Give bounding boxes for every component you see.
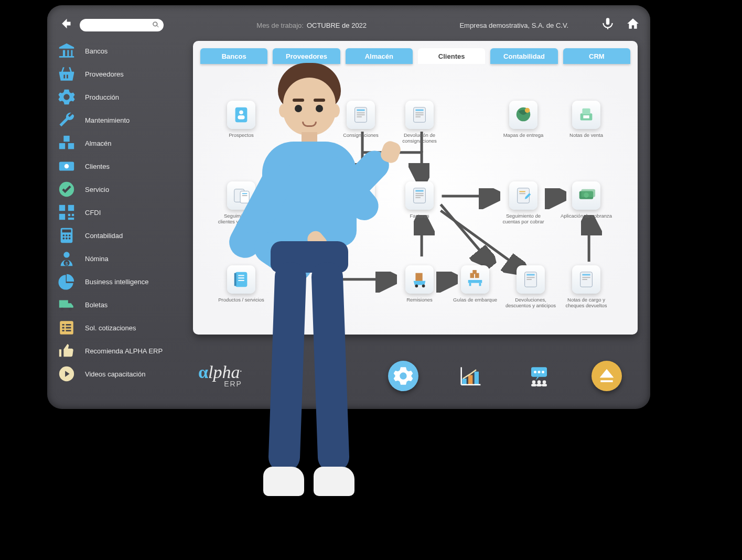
sidebar-item-checklist[interactable]: Sol. cotizaciones xyxy=(58,318,184,338)
globe-icon xyxy=(509,101,537,129)
flow-node-productos[interactable]: Productos / servicios xyxy=(215,265,267,303)
svg-rect-89 xyxy=(526,279,531,280)
svg-rect-0 xyxy=(63,136,69,142)
flow-node-facturas[interactable]: Facturas xyxy=(393,181,446,219)
settings-button[interactable] xyxy=(388,361,418,391)
svg-rect-60 xyxy=(357,197,361,198)
flow-node-remisiones[interactable]: Remisiones xyxy=(393,265,446,303)
community-button[interactable] xyxy=(523,360,555,392)
sidebar-item-wrench[interactable]: Mantenimiento xyxy=(58,110,184,130)
svg-rect-85 xyxy=(479,283,481,286)
basket-icon xyxy=(58,65,76,83)
thumbsup-icon xyxy=(58,342,76,360)
svg-rect-74 xyxy=(238,277,244,278)
doc-icon xyxy=(405,101,434,129)
sidebar-item-gear[interactable]: Producción xyxy=(58,87,184,107)
svg-rect-1 xyxy=(59,143,65,149)
svg-rect-34 xyxy=(235,107,248,122)
svg-rect-2 xyxy=(68,143,74,149)
svg-rect-57 xyxy=(357,190,364,192)
svg-rect-72 xyxy=(235,272,248,287)
flow-node-label: Prospectos xyxy=(215,132,267,138)
tab-bancos[interactable]: Bancos xyxy=(200,48,267,64)
tab-contabilidad[interactable]: Contabilidad xyxy=(490,48,557,64)
flow-node-seg-clientes[interactable]: Seguimiento de clientes y prospectos xyxy=(215,181,267,225)
sidebar-item-label: Mantenimiento xyxy=(85,116,130,124)
flow-node-notasventa[interactable]: Notas de venta xyxy=(560,101,612,138)
tab-crm[interactable]: CRM xyxy=(563,48,630,64)
svg-rect-88 xyxy=(526,277,534,278)
svg-rect-93 xyxy=(582,279,587,280)
home-button[interactable] xyxy=(626,17,640,34)
svg-rect-91 xyxy=(582,274,590,276)
flow-node-label: Pedidos xyxy=(335,213,387,219)
svg-point-15 xyxy=(66,234,68,236)
calculator-icon xyxy=(58,227,76,244)
flow-node-guias[interactable]: Guías de embarque xyxy=(449,265,501,303)
sidebar-item-payroll[interactable]: $ Nómina xyxy=(58,249,184,268)
contact-icon xyxy=(227,101,255,129)
flow-node-dev-consig[interactable]: Devolución de consignaciones xyxy=(393,101,446,144)
svg-rect-58 xyxy=(357,193,364,194)
sidebar-item-label: Sol. cotizaciones xyxy=(85,324,136,332)
flow-node-label: Aplicación de cobranza xyxy=(560,213,612,219)
flow-node-label: Facturas xyxy=(393,213,446,219)
svg-rect-87 xyxy=(526,274,534,276)
sidebar-item-bank[interactable]: Bancos xyxy=(58,41,184,61)
sidebar-item-thumbsup[interactable]: Recomienda ALPHA ERP xyxy=(58,341,184,361)
svg-point-101 xyxy=(538,371,541,373)
tab-clientes[interactable]: Clientes xyxy=(418,48,485,64)
app-window: Mes de trabajo: OCTUBRE de 2022 Empresa … xyxy=(47,5,650,409)
svg-point-4 xyxy=(64,164,69,169)
sidebar-item-label: Videos capacitación xyxy=(85,370,145,378)
payroll-icon: $ xyxy=(58,250,76,267)
mic-button[interactable] xyxy=(601,17,615,34)
flow-node-notascargo[interactable]: Notas de cargo y cheques devueltos xyxy=(560,265,612,309)
svg-rect-92 xyxy=(582,277,590,278)
sidebar-item-basket[interactable]: Proveedores xyxy=(58,64,184,84)
cash-icon xyxy=(58,157,76,175)
docpen-icon xyxy=(509,181,537,210)
sidebar-item-barcode[interactable]: CFDI xyxy=(58,202,184,222)
sidebar-item-boxes[interactable]: Almacén xyxy=(58,133,184,153)
flow-node-seg-cxc[interactable]: Seguimiento de cuentas por cobrar xyxy=(497,181,550,225)
flow-node-label: Devolución de consignaciones xyxy=(393,132,446,144)
svg-rect-106 xyxy=(531,384,536,386)
sidebar-item-piechart[interactable]: Business intelligence xyxy=(58,272,184,292)
reports-button[interactable] xyxy=(455,360,487,392)
sidebar-item-cash[interactable]: Clientes xyxy=(58,156,184,176)
sidebar-item-calculator[interactable]: Contabilidad xyxy=(58,225,184,245)
svg-rect-50 xyxy=(582,109,590,114)
flow-node-label: Seguimiento de clientes y prospectos xyxy=(215,213,267,225)
flow-node-prospectos[interactable]: Prospectos xyxy=(215,101,267,138)
tab-proveedores[interactable]: Proveedores xyxy=(273,48,340,64)
back-button[interactable] xyxy=(58,16,72,35)
svg-rect-46 xyxy=(415,116,420,117)
svg-rect-40 xyxy=(357,114,364,115)
eject-button[interactable] xyxy=(592,361,622,391)
sidebar-item-play[interactable]: Videos capacitación xyxy=(58,364,184,384)
sidebar-item-truck[interactable]: Boletas xyxy=(58,295,184,315)
truck-icon xyxy=(58,296,76,314)
flow-node-label: Devoluciones, descuentos y anticipos xyxy=(504,297,557,309)
svg-point-23 xyxy=(61,308,64,311)
flow-node-devoluciones[interactable]: Devoluciones, descuentos y anticipos xyxy=(504,265,557,309)
flow-node-pedidos[interactable]: Pedidos xyxy=(335,181,387,219)
search-input[interactable] xyxy=(80,19,164,31)
svg-rect-45 xyxy=(415,114,423,115)
svg-point-105 xyxy=(543,380,546,384)
doc-icon xyxy=(405,181,434,210)
piechart-icon xyxy=(58,273,76,290)
work-month-value: OCTUBRE de 2022 xyxy=(307,21,367,29)
svg-point-78 xyxy=(415,284,418,287)
flow-node-mapas[interactable]: Mapas de entrega xyxy=(497,101,550,138)
sidebar-item-check[interactable]: Servicio xyxy=(58,179,184,199)
flow-node-consignaciones[interactable]: Consignaciones xyxy=(335,101,387,138)
svg-point-79 xyxy=(422,284,425,287)
flow-node-aplic-cobranza[interactable]: Aplicación de cobranza xyxy=(560,181,612,219)
svg-point-35 xyxy=(239,110,243,114)
svg-rect-6 xyxy=(59,205,65,211)
svg-rect-82 xyxy=(472,270,477,274)
svg-rect-9 xyxy=(68,214,70,216)
tab-almacén[interactable]: Almacén xyxy=(346,48,413,64)
